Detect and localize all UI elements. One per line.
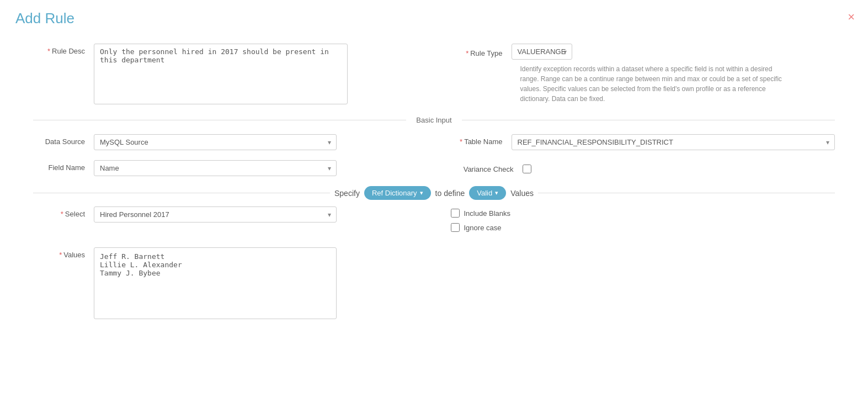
specify-divider-row: Specify Ref Dictionary ▾ to define Valid… (33, 186, 835, 200)
include-blanks-label: Include Blanks (464, 209, 511, 218)
ignore-case-label: Ignore case (464, 224, 502, 232)
variance-check-col: Variance Check (451, 160, 835, 173)
rule-type-select-wrapper: VALUERANGE (512, 44, 572, 60)
table-name-required: * (460, 137, 462, 146)
add-rule-dialog: Add Rule × *Rule Desc Only the personnel… (0, 0, 868, 413)
include-blanks-checkbox[interactable] (451, 209, 460, 218)
ref-dictionary-button[interactable]: Ref Dictionary ▾ (364, 186, 431, 200)
ref-dict-label: Ref Dictionary (372, 189, 417, 197)
data-source-label: Data Source (33, 134, 94, 146)
data-source-select-wrapper: MySQL Source (94, 134, 337, 150)
dialog-header: Add Rule × (0, 0, 868, 33)
field-name-select-wrapper: Name (94, 160, 337, 176)
rule-desc-type-row: *Rule Desc Only the personnel hired in 2… (33, 44, 835, 106)
valid-button[interactable]: Valid ▾ (469, 186, 506, 200)
select-col: *Select Hired Personnel 2017 (33, 206, 418, 223)
divider-line-right (462, 120, 835, 120)
valid-arrow: ▾ (495, 189, 498, 197)
basic-input-label: Basic Input (406, 116, 461, 124)
rule-type-description: Identify exception records within a data… (520, 64, 785, 104)
specify-divider-left (33, 193, 330, 193)
include-blanks-row: Include Blanks (451, 209, 511, 218)
rule-desc-required: * (47, 47, 50, 55)
checkboxes-col: Include Blanks Ignore case (451, 206, 835, 237)
rule-type-col: *Rule Type VALUERANGE Identify exception… (451, 44, 835, 104)
values-label: *Values (33, 247, 94, 259)
select-options-row: *Select Hired Personnel 2017 Include Bla… (33, 206, 835, 237)
field-name-select[interactable]: Name (94, 160, 337, 176)
rule-type-required: * (466, 49, 468, 57)
dialog-body: *Rule Desc Only the personnel hired in 2… (0, 33, 868, 347)
divider-line-left (33, 120, 406, 120)
data-source-select[interactable]: MySQL Source (94, 134, 337, 150)
data-source-table-row: Data Source MySQL Source *Table Name REF… (33, 134, 835, 150)
rule-type-select[interactable]: VALUERANGE (512, 44, 572, 60)
rule-type-row: *Rule Type VALUERANGE (451, 44, 572, 60)
ignore-case-checkbox[interactable] (451, 223, 460, 232)
table-name-col: *Table Name REF_FINANCIAL_RESPONSIBILITY… (451, 134, 835, 150)
ref-dict-arrow: ▾ (420, 189, 423, 197)
select-required: * (61, 210, 63, 218)
select-label: *Select (33, 206, 94, 218)
field-name-label: Field Name (33, 160, 94, 172)
specify-divider-right (538, 193, 835, 193)
to-define-text: to define (435, 189, 465, 198)
values-row: *Values (33, 247, 835, 321)
values-required: * (59, 251, 62, 259)
valid-label: Valid (477, 189, 492, 197)
rule-desc-input[interactable]: Only the personnel hired in 2017 should … (94, 44, 348, 104)
rule-type-label: *Rule Type (451, 46, 512, 57)
table-name-label: *Table Name (451, 134, 512, 146)
table-name-select-wrapper: REF_FINANCIAL_RESPONSIBILITY_DISTRICT (512, 134, 835, 150)
basic-input-divider: Basic Input (33, 116, 835, 124)
rule-desc-col: *Rule Desc Only the personnel hired in 2… (33, 44, 418, 106)
values-textarea-wrapper (94, 247, 337, 321)
values-text: Values (510, 189, 534, 198)
variance-check-checkbox[interactable] (523, 165, 531, 173)
table-name-select[interactable]: REF_FINANCIAL_RESPONSIBILITY_DISTRICT (512, 134, 835, 150)
dialog-title: Add Rule (15, 10, 853, 27)
select-dropdown[interactable]: Hired Personnel 2017 (94, 206, 337, 223)
select-input-wrapper: Hired Personnel 2017 (94, 206, 337, 223)
field-name-col: Field Name Name (33, 160, 418, 176)
rule-desc-label: *Rule Desc (33, 44, 94, 55)
data-source-col: Data Source MySQL Source (33, 134, 418, 150)
variance-check-label: Variance Check (451, 165, 523, 173)
specify-text: Specify (334, 189, 360, 198)
rule-desc-input-wrapper: Only the personnel hired in 2017 should … (94, 44, 348, 106)
values-textarea[interactable] (94, 247, 337, 319)
ignore-case-row: Ignore case (451, 223, 502, 232)
close-button[interactable]: × (848, 10, 855, 24)
values-col: *Values (33, 247, 835, 321)
specify-section: Specify Ref Dictionary ▾ to define Valid… (330, 186, 538, 200)
field-name-variance-row: Field Name Name Variance Check (33, 160, 835, 176)
